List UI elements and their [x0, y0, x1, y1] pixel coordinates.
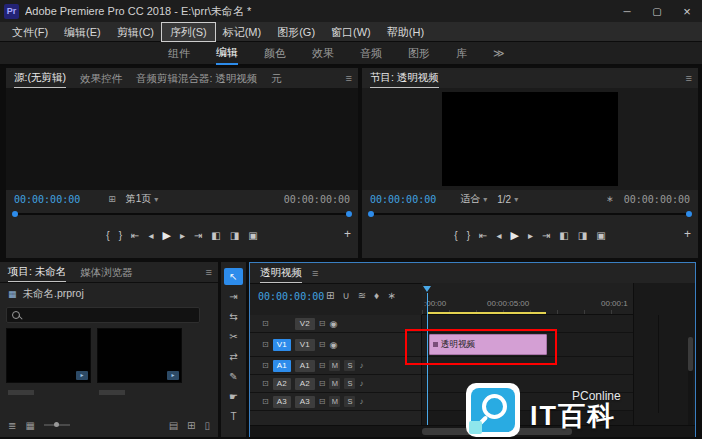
- zoom-handle-left[interactable]: [12, 211, 18, 217]
- sync-lock-icon[interactable]: ⊟: [319, 340, 326, 349]
- program-resolution-select[interactable]: 1/2 ▾: [497, 194, 518, 205]
- mute-button[interactable]: M: [329, 378, 340, 389]
- voiceover-mic-icon[interactable]: ♪: [359, 397, 363, 406]
- program-zoom-bar[interactable]: [362, 210, 698, 218]
- voiceover-mic-icon[interactable]: ♪: [359, 379, 363, 388]
- extract-icon[interactable]: ◨: [230, 230, 239, 241]
- panel-menu-icon[interactable]: ≡: [312, 263, 318, 283]
- sync-lock-icon[interactable]: ⊟: [319, 361, 326, 370]
- go-to-in-icon[interactable]: ⇤: [479, 230, 487, 241]
- source-assign-a1[interactable]: A1: [273, 360, 291, 372]
- panel-menu-icon[interactable]: ≡: [206, 262, 212, 282]
- mark-out-icon[interactable]: }: [467, 230, 470, 241]
- lock-icon[interactable]: ⊡: [262, 319, 269, 328]
- thumbnail-size-slider[interactable]: [44, 424, 70, 426]
- workspace-editing[interactable]: 编辑: [216, 41, 238, 65]
- project-search-box[interactable]: [6, 307, 200, 323]
- track-output-eye-icon[interactable]: ◉: [329, 340, 337, 350]
- solo-button[interactable]: S: [344, 360, 355, 371]
- lock-icon[interactable]: ⊡: [262, 361, 269, 370]
- button-editor-icon[interactable]: +: [684, 227, 691, 241]
- menu-file[interactable]: 文件(F): [4, 23, 56, 41]
- solo-button[interactable]: S: [344, 378, 355, 389]
- timeline-settings-icon[interactable]: ∗: [387, 290, 395, 301]
- go-to-out-icon[interactable]: ⇥: [542, 230, 550, 241]
- tool-pen[interactable]: ✎: [224, 368, 243, 385]
- project-item-thumbnail[interactable]: ▸: [97, 328, 182, 383]
- lift-icon[interactable]: ◧: [211, 230, 220, 241]
- search-input[interactable]: [25, 310, 194, 321]
- add-marker-icon[interactable]: ♦: [374, 290, 379, 301]
- button-editor-icon[interactable]: +: [344, 227, 351, 241]
- tab-project[interactable]: 项目: 未命名: [8, 262, 66, 282]
- source-zoom-select[interactable]: 第1页 ▾: [126, 192, 159, 206]
- step-back-icon[interactable]: ◂: [496, 230, 501, 241]
- tab-sequence[interactable]: 透明视频: [260, 263, 302, 283]
- workspace-graphics[interactable]: 图形: [408, 42, 430, 64]
- menu-window[interactable]: 窗口(W): [323, 23, 379, 41]
- track-target-a1[interactable]: A1: [295, 360, 315, 372]
- extract-icon[interactable]: ◨: [578, 230, 587, 241]
- step-forward-icon[interactable]: ▸: [180, 230, 185, 241]
- step-forward-icon[interactable]: ▸: [528, 230, 533, 241]
- linked-selection-icon[interactable]: ≋: [358, 290, 366, 301]
- zoom-handle-right[interactable]: [346, 211, 352, 217]
- program-timecode[interactable]: 00:00:00:00: [370, 194, 436, 205]
- settings-wrench-icon[interactable]: ∗: [606, 194, 614, 204]
- icon-view-icon[interactable]: ▦: [25, 420, 34, 431]
- workspace-audio[interactable]: 音频: [360, 42, 382, 64]
- track-target-v1[interactable]: V1: [295, 339, 315, 351]
- export-frame-icon[interactable]: ▣: [248, 230, 257, 241]
- go-to-out-icon[interactable]: ⇥: [194, 230, 202, 241]
- nest-icon[interactable]: ⊞: [326, 290, 334, 301]
- menu-help[interactable]: 帮助(H): [379, 23, 432, 41]
- trash-icon[interactable]: ▯: [204, 420, 210, 431]
- tool-hand[interactable]: ☛: [224, 388, 243, 405]
- source-timecode[interactable]: 00:00:00:00: [14, 194, 80, 205]
- panel-menu-icon[interactable]: ≡: [686, 68, 692, 88]
- new-item-icon[interactable]: ⊞: [187, 420, 195, 431]
- menu-sequence[interactable]: 序列(S): [162, 23, 215, 41]
- sync-lock-icon[interactable]: ⊟: [319, 379, 326, 388]
- tool-type[interactable]: T: [224, 408, 243, 425]
- voiceover-mic-icon[interactable]: ♪: [359, 361, 363, 370]
- panel-menu-icon[interactable]: ≡: [346, 68, 352, 88]
- tool-selection[interactable]: ↖: [224, 268, 243, 285]
- lock-icon[interactable]: ⊡: [262, 379, 269, 388]
- play-icon[interactable]: ▶: [162, 229, 170, 242]
- menu-marker[interactable]: 标记(M): [215, 23, 270, 41]
- sync-lock-icon[interactable]: ⊟: [319, 319, 326, 328]
- project-item-thumbnail[interactable]: ▸: [6, 328, 91, 383]
- mute-button[interactable]: M: [329, 396, 340, 407]
- maximize-button[interactable]: ▢: [642, 1, 672, 22]
- step-back-icon[interactable]: ◂: [148, 230, 153, 241]
- track-output-eye-icon[interactable]: ◉: [329, 319, 337, 329]
- timeline-timecode[interactable]: 00:00:00:00: [258, 291, 324, 302]
- close-button[interactable]: ×: [672, 1, 702, 22]
- zoom-handle-right[interactable]: [686, 211, 692, 217]
- tool-ripple-edit[interactable]: ⇆: [224, 308, 243, 325]
- solo-button[interactable]: S: [344, 396, 355, 407]
- workspace-effects[interactable]: 效果: [312, 42, 334, 64]
- workspace-overflow-icon[interactable]: ≫: [493, 47, 505, 60]
- mark-in-icon[interactable]: {: [106, 230, 109, 241]
- timeline-ruler[interactable]: :00:00 00:00:05:00 00:00:1: [422, 283, 633, 315]
- zoom-handle-left[interactable]: [368, 211, 374, 217]
- tool-slip[interactable]: ⇄: [224, 348, 243, 365]
- new-bin-icon[interactable]: ▤: [169, 420, 178, 431]
- tab-metadata[interactable]: 元: [271, 69, 282, 88]
- vertical-scrollbar[interactable]: [688, 337, 693, 429]
- tab-source[interactable]: 源:(无剪辑): [14, 68, 66, 88]
- go-to-in-icon[interactable]: ⇤: [131, 230, 139, 241]
- play-icon[interactable]: ▶: [510, 229, 518, 242]
- menu-edit[interactable]: 编辑(E): [56, 23, 109, 41]
- tab-audio-clip-mixer[interactable]: 音频剪辑混合器: 透明视频: [136, 69, 257, 88]
- list-view-icon[interactable]: ≣: [8, 420, 16, 431]
- minimize-button[interactable]: ─: [612, 1, 642, 22]
- tool-track-select-forward[interactable]: ⇥: [224, 288, 243, 305]
- menu-graphics[interactable]: 图形(G): [269, 23, 323, 41]
- source-assign-a3[interactable]: A3: [273, 396, 291, 408]
- menu-clip[interactable]: 剪辑(C): [109, 23, 162, 41]
- mute-button[interactable]: M: [329, 360, 340, 371]
- project-file-row[interactable]: ▦ 未命名.prproj: [8, 287, 84, 301]
